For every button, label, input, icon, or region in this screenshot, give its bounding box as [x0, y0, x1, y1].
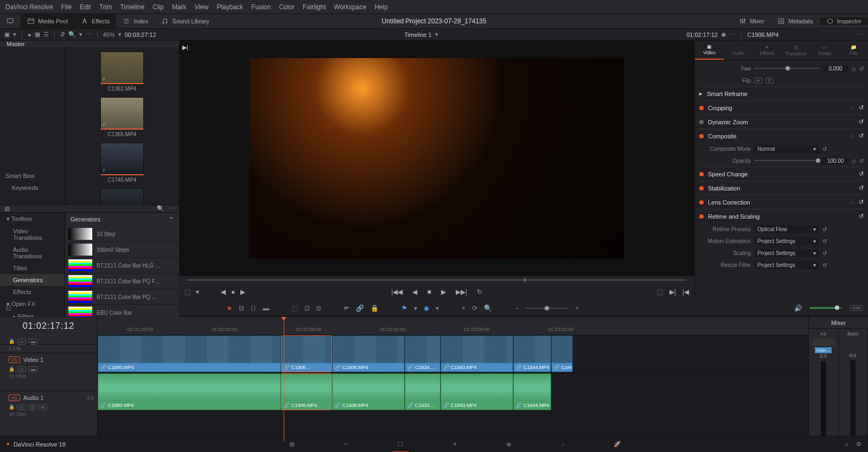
keyframe-icon[interactable]: ◇ [852, 158, 856, 164]
video-clip[interactable]: 🔗C1943.MP4 [441, 335, 513, 372]
stop-icon[interactable]: ■ [427, 288, 431, 296]
blade-tool-icon[interactable]: ▬ [263, 304, 269, 312]
clip-thumbnail[interactable]: ♪ [100, 188, 144, 205]
menu-timeline[interactable]: Timeline [120, 3, 144, 11]
mixer-channel-a1[interactable]: A1 Com… 0.0 [809, 329, 839, 441]
mute-icon[interactable]: 🔊 [794, 304, 802, 312]
loop-icon[interactable]: ⟳ [472, 304, 477, 312]
reset-icon[interactable]: ↺ [859, 158, 864, 164]
page-edit[interactable]: ⬚ [392, 436, 409, 453]
smart-bins-header[interactable]: Smart Bins [0, 170, 65, 182]
page-media[interactable]: ▦ [284, 436, 300, 453]
inspector-tab-transition[interactable]: ⧉Transition [782, 41, 810, 60]
play-forward-icon[interactable]: ▶| [182, 44, 188, 51]
flag-icon[interactable]: ⚑ [401, 304, 407, 312]
zoom-in-icon[interactable]: + [575, 304, 579, 312]
inspector-tab-effects[interactable]: ✦Effects [752, 41, 781, 60]
overwrite-icon[interactable]: ⬚ [657, 288, 663, 296]
audio-track-header[interactable]: A1Audio 12.0 🔒▭SM 10 Clips [0, 391, 97, 429]
index-button[interactable]: Index [116, 14, 155, 28]
marker-icon[interactable]: ◉ [424, 304, 429, 312]
audio-clip[interactable]: 🔗C1908.MP4 [332, 373, 405, 410]
timeline-ruler[interactable]: 01:01:40:00 01:02:00:00 01:02:20:00 01:0… [98, 317, 808, 335]
color-icon[interactable]: ◉ [721, 31, 726, 38]
retime-process-dropdown[interactable]: Optical Flow▾ [754, 225, 819, 233]
loop-icon[interactable]: ↻ [477, 288, 482, 296]
next-icon[interactable]: ▶ [240, 288, 245, 296]
video-clip[interactable]: 🔗C1880.MP4 [98, 335, 281, 372]
replace-icon[interactable]: ⧉ [316, 304, 321, 312]
fx-cat-toolbox[interactable]: ▾ Toolbox [0, 213, 65, 225]
volume-slider[interactable] [810, 307, 843, 309]
generator-item[interactable]: 100mV Steps [65, 242, 179, 258]
menu-mark[interactable]: Mark [172, 3, 187, 11]
chevron-down-icon[interactable]: ▾ [79, 31, 82, 38]
chevron-down-icon[interactable]: ▾ [196, 288, 199, 296]
panel-icon[interactable]: ▥ [4, 205, 10, 212]
reset-icon[interactable]: ↺ [822, 250, 827, 256]
timeline-timecode[interactable]: 01:02:17:12 [0, 317, 97, 335]
audio-clip[interactable]: 🔗C1880.MP4 [98, 373, 281, 410]
generator-item[interactable]: BT.2111 Color Bar PQ F… [65, 273, 179, 289]
menu-workspace[interactable]: Workspace [334, 3, 367, 11]
motion-estimation-dropdown[interactable]: Project Settings▾ [754, 237, 819, 245]
prev-icon[interactable]: ◀ [221, 288, 226, 296]
replace-icon[interactable]: |◀ [682, 288, 689, 296]
retime-scaling-section[interactable]: Retime and Scaling↺ [699, 209, 864, 223]
video-clip[interactable]: 🔗C1934… [405, 335, 441, 372]
zoom-percent[interactable]: 45% [103, 31, 115, 38]
timeline-name[interactable]: Timeline 1 [404, 31, 431, 38]
menu-playback[interactable]: Playback [216, 3, 243, 11]
zoom-out-icon[interactable]: − [515, 304, 519, 312]
metadata-button[interactable]: Metadata [771, 17, 820, 25]
generator-item[interactable]: BT.2111 Color Bar HLG … [65, 258, 179, 273]
layout-icon[interactable]: ▣ [4, 31, 10, 38]
go-to-end-icon[interactable]: ▶▶| [456, 288, 467, 296]
video-clip[interactable]: 🔗Com… [551, 335, 573, 372]
composite-section[interactable]: Composite◇↺ [699, 129, 864, 143]
play-icon[interactable]: ▶ [441, 288, 446, 296]
go-to-start-icon[interactable]: |◀◀ [391, 288, 403, 296]
timeline-tracks[interactable]: 01:01:40:00 01:02:00:00 01:02:20:00 01:0… [98, 317, 808, 441]
page-fairlight[interactable]: ♪ [555, 436, 571, 453]
reset-icon[interactable]: ↺ [822, 146, 827, 152]
fx-cat-titles[interactable]: Titles [0, 262, 65, 274]
video-track-header[interactable]: V1Video 1 🔒▭▬ 11 Clips [0, 353, 97, 391]
reset-icon[interactable]: ↺ [822, 226, 827, 232]
sound-library-button[interactable]: Sound Library [155, 14, 216, 28]
inspector-tab-video[interactable]: ▣Video [695, 41, 724, 60]
insert-icon[interactable]: ⬚ [292, 304, 298, 312]
menu-trim[interactable]: Trim [99, 3, 112, 11]
inspector-button[interactable]: Inspector [820, 17, 868, 25]
insert-icon[interactable]: ▶| [669, 288, 676, 296]
inspector-tab-file[interactable]: 📁File [839, 41, 868, 60]
flip-h-button[interactable]: ⇔ [754, 78, 762, 84]
page-deliver[interactable]: 🚀 [609, 436, 626, 453]
effects-button[interactable]: Effects [74, 14, 116, 28]
page-color[interactable]: ◉ [501, 436, 517, 453]
monitor-icon[interactable] [0, 14, 21, 28]
track-toggle[interactable]: ▬ [29, 339, 37, 345]
settings-icon[interactable]: ⚙ [856, 441, 861, 448]
search-icon[interactable]: 🔍 [68, 31, 76, 38]
inspector-tab-image[interactable]: ▭Image [810, 41, 839, 60]
clip-thumbnail[interactable]: ♪ [100, 143, 144, 175]
snap-icon[interactable]: ⌖ [462, 304, 465, 312]
opacity-slider[interactable] [754, 160, 819, 161]
dim-button[interactable]: DIM [850, 305, 863, 311]
audio-clip[interactable]: 🔗C1944.MP4 [513, 373, 551, 410]
clip-thumbnail[interactable]: ♪ [100, 97, 144, 130]
arrow-tool-icon[interactable]: ➤ [227, 304, 232, 312]
video-clip[interactable]: 🔗C1908.MP4 [332, 335, 405, 372]
record-icon[interactable]: ● [28, 31, 31, 38]
fx-cat-video-transitions[interactable]: Video Transitions [0, 225, 65, 244]
mute-button[interactable]: M [39, 404, 47, 410]
trim-tool-icon[interactable]: ⊟ [239, 304, 244, 312]
zoom-slider[interactable] [525, 308, 569, 309]
a1-badge[interactable]: A1 [9, 394, 20, 401]
fx-cat-audio-transitions[interactable]: Audio Transitions [0, 244, 65, 262]
video-clip[interactable]: 🔗C1944.MP4 [513, 335, 551, 372]
menu-fairlight[interactable]: Fairlight [303, 3, 326, 11]
dot-icon[interactable]: ● [231, 288, 235, 296]
more-icon[interactable]: ⋯ [169, 205, 175, 212]
